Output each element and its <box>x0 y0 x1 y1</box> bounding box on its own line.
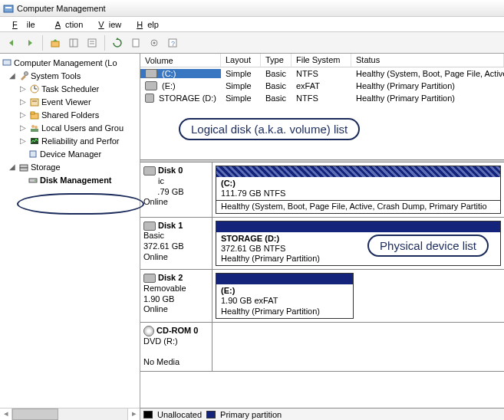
volume-row[interactable]: (E:) Simple Basic exFAT Healthy (Primary… <box>140 80 504 92</box>
partition[interactable]: (E:) 1.90 GB exFAT Healthy (Primary Part… <box>216 273 354 319</box>
show-hide-tree-button[interactable] <box>65 34 82 51</box>
properties-button[interactable] <box>84 34 100 51</box>
toolbar: ? <box>0 32 504 54</box>
expand-icon[interactable]: ▷ <box>18 97 28 106</box>
tree-root[interactable]: Computer Management (Lo <box>0 56 140 69</box>
col-status[interactable]: Status <box>351 54 504 67</box>
help-button[interactable]: ? <box>164 34 181 51</box>
collapse-icon[interactable]: ◢ <box>8 162 17 171</box>
tree-task-scheduler[interactable]: ▷ Task Scheduler <box>0 82 140 95</box>
tree-local-users[interactable]: ▷ Local Users and Grou <box>0 121 140 134</box>
tree-reliability[interactable]: ▷ Reliability and Perfor <box>0 134 140 147</box>
svg-rect-18 <box>31 99 38 106</box>
partition-header-stripe <box>216 166 500 177</box>
col-volume[interactable]: Volume <box>140 54 221 67</box>
disk-row[interactable]: Disk 2 Removable 1.90 GB Online (E:) 1.9… <box>140 270 504 323</box>
disk-row[interactable]: Disk 1 Basic 372.61 GB Online STORAGE (D… <box>140 218 504 271</box>
settings-button[interactable] <box>146 34 163 51</box>
tree-disk-management[interactable]: Disk Management <box>0 173 140 186</box>
volume-row[interactable]: (C:) Simple Basic NTFS Healthy (System, … <box>140 67 504 80</box>
volume-list-header[interactable]: Volume Layout Type File System Status <box>140 54 504 67</box>
expand-icon[interactable]: ▷ <box>18 123 28 132</box>
volume-list[interactable]: (C:) Simple Basic NTFS Healthy (System, … <box>140 67 504 159</box>
disk-icon <box>28 175 38 185</box>
tree-scrollbar[interactable]: ◂ ▸ <box>0 408 140 420</box>
svg-rect-21 <box>31 112 35 114</box>
svg-rect-26 <box>30 151 36 157</box>
svg-rect-2 <box>51 41 59 47</box>
tree-device-manager[interactable]: Device Manager <box>0 147 140 160</box>
col-layout[interactable]: Layout <box>221 54 261 67</box>
disk-icon <box>143 274 156 283</box>
legend-swatch-unallocated <box>143 411 153 418</box>
svg-rect-24 <box>31 129 38 132</box>
partition[interactable]: (C:) 111.79 GB NTFS Healthy (System, Boo… <box>216 166 501 214</box>
svg-rect-3 <box>70 39 77 47</box>
drive-icon <box>145 69 157 78</box>
col-filesystem[interactable]: File System <box>292 54 351 67</box>
svg-rect-13 <box>3 60 11 65</box>
tools-icon <box>18 71 29 81</box>
partition-header-stripe <box>216 274 353 284</box>
svg-text:?: ? <box>171 40 175 48</box>
tree-system-tools[interactable]: ◢ System Tools <box>0 69 140 82</box>
tree-event-viewer[interactable]: ▷ Event Viewer <box>0 95 140 108</box>
back-button[interactable] <box>3 34 20 51</box>
svg-rect-8 <box>133 39 139 47</box>
clock-icon <box>29 84 40 94</box>
collapse-icon[interactable]: ◢ <box>8 71 17 80</box>
svg-rect-1 <box>5 7 12 8</box>
svg-point-30 <box>35 179 36 181</box>
computer-icon <box>2 57 12 68</box>
svg-point-22 <box>31 125 35 128</box>
svg-rect-5 <box>88 39 96 47</box>
device-icon <box>28 149 38 159</box>
menu-action[interactable]: Action <box>46 18 88 31</box>
menu-help[interactable]: Help <box>127 18 163 31</box>
tree-storage[interactable]: ◢ Storage <box>0 160 140 173</box>
export-button[interactable] <box>127 34 144 51</box>
expand-icon[interactable]: ▷ <box>18 84 28 93</box>
cdrom-icon <box>143 326 154 336</box>
legend-primary: Primary partition <box>220 410 282 419</box>
drive-icon <box>145 81 157 90</box>
up-button[interactable] <box>47 34 64 51</box>
disk-label: Disk 2 Removable 1.90 GB Online <box>140 270 212 322</box>
perf-icon <box>29 136 40 146</box>
refresh-button[interactable] <box>109 34 126 51</box>
legend-bar: Unallocated Primary partition <box>140 408 504 420</box>
menu-file[interactable]: File <box>3 18 44 31</box>
drive-icon <box>145 94 154 103</box>
disk-icon <box>143 166 156 176</box>
tree-shared-folders[interactable]: ▷ Shared Folders <box>0 108 140 121</box>
menu-bar: File Action View Help <box>0 17 504 32</box>
app-icon <box>3 3 14 14</box>
disk-icon <box>143 221 156 231</box>
disk-row[interactable]: Disk 0 Basic 111.79 GB Online (C:) 111.7… <box>140 162 504 218</box>
storage-icon <box>18 162 29 172</box>
cdrom-label: CD-ROM 0 DVD (R:) No Media <box>140 323 212 371</box>
svg-rect-27 <box>20 165 28 168</box>
navigation-tree[interactable]: Computer Management (Lo ◢ System Tools ▷… <box>0 54 140 420</box>
legend-swatch-primary <box>206 411 216 418</box>
expand-icon[interactable]: ▷ <box>18 136 28 145</box>
svg-point-23 <box>35 126 38 129</box>
partition[interactable]: STORAGE (D:) 372.61 GB NTFS Healthy (Pri… <box>216 221 501 267</box>
svg-rect-28 <box>20 168 28 171</box>
device-list[interactable]: Disk 0 Basic 111.79 GB Online (C:) 111.7… <box>140 162 504 408</box>
event-icon <box>29 97 40 107</box>
window-title: Computer Management <box>17 4 106 13</box>
users-icon <box>29 123 40 133</box>
partition-header-stripe <box>216 221 500 232</box>
disk-label: Disk 1 Basic 372.61 GB Online <box>140 218 212 270</box>
svg-point-10 <box>153 41 156 44</box>
forward-button[interactable] <box>21 34 38 51</box>
cdrom-row[interactable]: CD-ROM 0 DVD (R:) No Media <box>140 323 504 372</box>
legend-unallocated: Unallocated <box>157 410 202 419</box>
col-type[interactable]: Type <box>261 54 292 67</box>
volume-row[interactable]: STORAGE (D:) Simple Basic NTFS Healthy (… <box>140 92 504 104</box>
menu-view[interactable]: View <box>89 18 126 31</box>
svg-rect-0 <box>4 5 13 12</box>
expand-icon[interactable]: ▷ <box>18 110 28 119</box>
svg-point-14 <box>25 71 28 75</box>
